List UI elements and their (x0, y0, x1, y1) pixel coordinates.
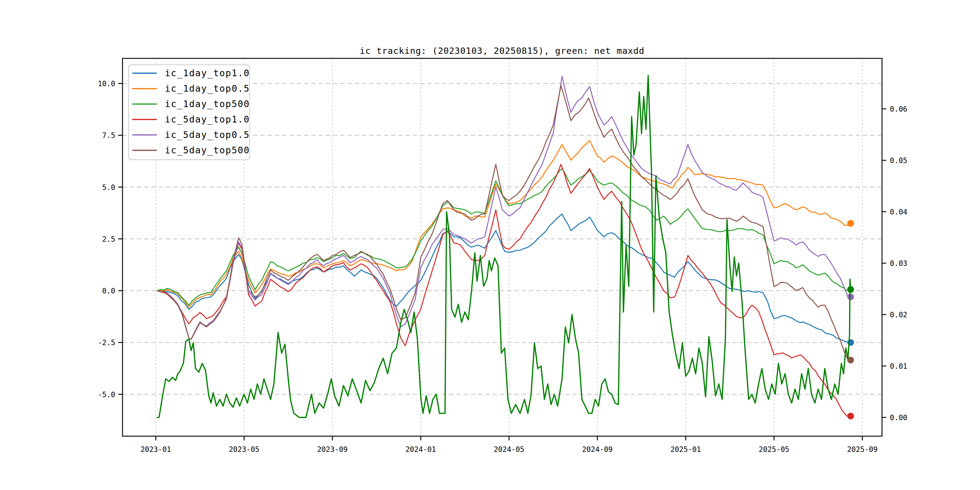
x-tick-label: 2025-09 (847, 445, 877, 454)
end-dot-ic_5day_top1.0 (847, 412, 854, 419)
y-right-tick-label: 0.01 (890, 362, 907, 371)
legend-label: ic_1day_top0.5 (165, 83, 250, 94)
y-right-tick-label: 0.05 (890, 156, 907, 165)
y-left-tick-label: -5.0 (98, 390, 115, 399)
y-left-tick-label: 7.5 (102, 131, 115, 140)
series-ic_5day_top500 (157, 86, 851, 360)
legend: ic_1day_top1.0ic_1day_top0.5ic_1day_top5… (129, 65, 250, 160)
series-lines (157, 76, 854, 420)
x-tick-label: 2023-09 (317, 445, 348, 454)
y-left-tick-label: 10.0 (98, 80, 115, 88)
x-tick-label: 2023-05 (229, 445, 259, 454)
chart-title: ic tracking: (20230103, 20250815), green… (360, 46, 644, 56)
legend-label: ic_5day_top500 (165, 145, 250, 156)
legend-label: ic_5day_top0.5 (165, 129, 250, 140)
end-dot-net_maxdd (847, 286, 854, 293)
y-right-tick-label: 0.06 (890, 105, 907, 113)
ic-tracking-chart: 10.07.55.02.50.0-2.5-5.00.060.050.040.03… (0, 0, 980, 490)
y-right-tick-label: 0.03 (890, 259, 907, 268)
y-left-tick-label: 0.0 (102, 287, 115, 295)
x-tick-label: 2023-01 (140, 445, 171, 454)
legend-label: ic_5day_top1.0 (165, 114, 250, 125)
y-right-tick-label: 0.04 (890, 208, 907, 216)
x-tick-label: 2025-05 (759, 445, 789, 454)
y-right-tick-label: 0.00 (890, 414, 907, 422)
legend-label: ic_1day_top500 (165, 99, 250, 110)
y-left-tick-label: 2.5 (102, 235, 115, 243)
y-right-tick-label: 0.02 (890, 311, 907, 319)
x-tick-label: 2024-05 (494, 445, 524, 454)
x-tick-label: 2024-09 (582, 445, 612, 454)
end-dot-ic_1day_top0.5 (847, 220, 854, 227)
x-tick-label: 2024-01 (405, 445, 436, 454)
y-left-tick-label: -2.5 (98, 339, 115, 347)
x-tick-label: 2025-01 (670, 445, 701, 454)
y-left-tick-label: 5.0 (102, 183, 115, 192)
figure: 10.07.55.02.50.0-2.5-5.00.060.050.040.03… (0, 0, 980, 490)
end-dot-ic_5day_top0.5 (847, 294, 854, 300)
legend-label: ic_1day_top1.0 (165, 68, 250, 79)
series-ic_1day_top1.0 (157, 214, 851, 343)
series-ic_1day_top0.5 (157, 140, 851, 307)
series-ic_5day_top0.5 (157, 76, 851, 339)
